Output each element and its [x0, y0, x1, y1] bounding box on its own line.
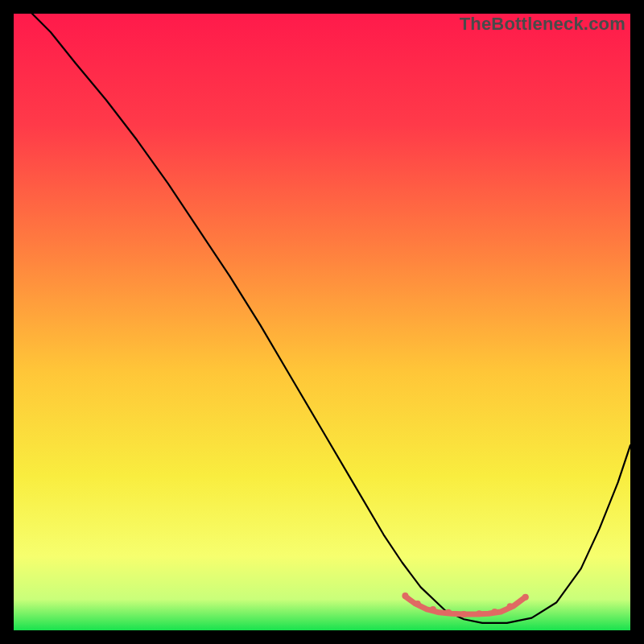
dot [430, 606, 436, 613]
chart-frame: TheBottleneck.com [14, 14, 630, 630]
gradient-background [14, 14, 630, 630]
dot [522, 594, 529, 601]
dot [507, 603, 514, 609]
chart-svg [14, 14, 630, 630]
dot [445, 609, 452, 616]
watermark-text: TheBottleneck.com [460, 14, 625, 35]
dot [460, 611, 467, 617]
dot [491, 609, 497, 615]
dot [415, 601, 421, 607]
dot [402, 592, 408, 599]
dot [476, 610, 482, 617]
